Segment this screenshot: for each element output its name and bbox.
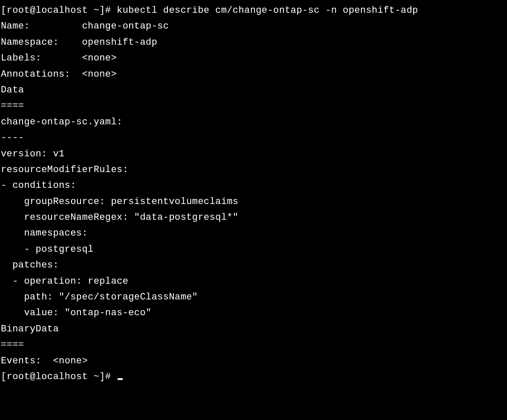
yaml-group: groupResource: persistentvolumeclaims <box>1 194 507 210</box>
output-namespace: Namespace: openshift-adp <box>1 35 507 50</box>
yaml-ns-item: - postgresql <box>1 242 507 257</box>
yaml-value: value: "ontap-nas-eco" <box>1 305 507 321</box>
command-line-2[interactable]: [root@localhost ~]# <box>1 369 507 385</box>
prompt: [root@localhost ~]# <box>1 5 117 16</box>
yaml-patches: patches: <box>1 257 507 273</box>
yaml-namespaces: namespaces: <box>1 225 507 241</box>
binary-header: BinaryData <box>1 321 507 337</box>
output-events: Events: <none> <box>1 353 507 369</box>
yaml-regex: resourceNameRegex: "data-postgresql*" <box>1 210 507 225</box>
yaml-operation: - operation: replace <box>1 273 507 289</box>
command-text: kubectl describe cm/change-ontap-sc -n o… <box>117 5 418 16</box>
yaml-path: path: "/spec/storageClassName" <box>1 289 507 305</box>
data-key: change-ontap-sc.yaml: <box>1 114 507 130</box>
binary-underline: ==== <box>1 337 507 353</box>
cursor-icon <box>118 378 123 380</box>
data-underline: ==== <box>1 98 507 114</box>
prompt: [root@localhost ~]# <box>1 371 117 382</box>
data-dashes: ---- <box>1 130 507 146</box>
terminal-window[interactable]: [root@localhost ~]# kubectl describe cm/… <box>1 3 507 385</box>
output-annotations: Annotations: <none> <box>1 66 507 82</box>
yaml-rules: resourceModifierRules: <box>1 162 507 178</box>
output-name: Name: change-ontap-sc <box>1 18 507 34</box>
yaml-conditions: - conditions: <box>1 178 507 193</box>
command-line-1: [root@localhost ~]# kubectl describe cm/… <box>1 3 507 18</box>
yaml-version: version: v1 <box>1 146 507 162</box>
output-labels: Labels: <none> <box>1 50 507 66</box>
data-header: Data <box>1 82 507 98</box>
